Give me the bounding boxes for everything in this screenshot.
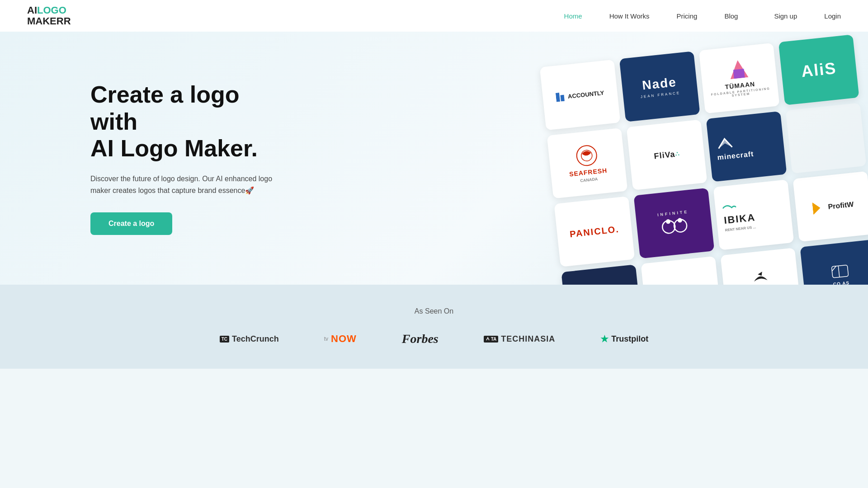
nav-home[interactable]: Home	[564, 12, 582, 20]
logo-ai: AI	[27, 5, 37, 16]
logo-card-barberia: barberia LOUNGE	[561, 264, 642, 285]
logo-card-nade: Nade JEAN FRANCE	[619, 51, 700, 122]
svg-rect-0	[556, 93, 560, 102]
press-techcrunch: TC TechCrunch	[220, 334, 279, 344]
logo-card-fliva: FliVa ∴	[627, 120, 708, 190]
nav-signup[interactable]: Sign up	[774, 12, 797, 20]
press-techinasia: TA TECHINASIA	[484, 334, 556, 344]
svg-rect-1	[561, 95, 565, 102]
press-tvnow: tv NOW	[324, 333, 357, 345]
svg-point-9	[677, 218, 682, 223]
hero-section: Create a logo with AI Logo Maker. Discov…	[0, 32, 868, 285]
press-trustpilot: ★ Trustpilot	[600, 333, 648, 344]
hero-content: Create a logo with AI Logo Maker. Discov…	[0, 45, 316, 272]
nav-actions: Sign up Login	[774, 12, 841, 20]
logo-card-empty1	[786, 103, 867, 174]
create-logo-button[interactable]: Create a logo	[90, 212, 172, 235]
nav-login[interactable]: Login	[824, 12, 841, 20]
logo-card-accountly: ACCOUNTLY	[540, 60, 621, 130]
logo-card-minecraft: minecraft	[706, 111, 787, 182]
hero-title: Create a logo with AI Logo Maker.	[90, 81, 289, 162]
nav-how-it-works[interactable]: How It Works	[609, 12, 650, 20]
logo-card-stripes: STRIPES Clinic	[641, 256, 722, 285]
svg-point-4	[576, 145, 597, 166]
logo-makerr: MAKERR	[27, 15, 71, 27]
logo-card-profitw: ProfitW	[793, 171, 868, 242]
as-seen-section: As Seen On TC TechCrunch tv NOW Forbes T…	[0, 285, 868, 369]
logo-card-seafresh: SEAFRESH CANADA	[547, 128, 628, 198]
logo-logo: LOGO	[37, 5, 66, 16]
svg-rect-3	[733, 69, 745, 79]
press-logos: TC TechCrunch tv NOW Forbes TA TECHINASI…	[27, 332, 841, 346]
press-forbes: Forbes	[402, 332, 439, 346]
logo-card-paniclo: PANICLO.	[554, 196, 635, 267]
navbar: AILOGO MAKERR Home How It Works Pricing …	[0, 0, 868, 32]
logo-card-co: CO AS	[800, 239, 868, 285]
hero-description: Discover the future of logo design. Our …	[90, 173, 280, 196]
nav-links: Home How It Works Pricing Blog	[564, 12, 738, 20]
nav-blog[interactable]: Blog	[724, 12, 738, 20]
logo-card-infinite: INFINITE	[634, 188, 715, 258]
logo-card-tumaan: TÜMAAN FOLDABLE PARTITIONING SYSTEM	[699, 43, 780, 113]
logo-grid: ACCOUNTLY Nade JEAN FRANCE	[540, 33, 868, 285]
bottom-space	[0, 369, 868, 486]
logo[interactable]: AILOGO MAKERR	[27, 5, 71, 27]
nav-pricing[interactable]: Pricing	[677, 12, 698, 20]
as-seen-title: As Seen On	[27, 307, 841, 315]
svg-point-8	[665, 219, 670, 224]
logo-card-ibika: IBIKA RENT NEAR US ...	[713, 179, 794, 250]
logo-card-sparrow: Sparrow NANCE GROUP	[720, 248, 801, 285]
logo-card-alis: AliS	[778, 34, 859, 105]
svg-rect-12	[831, 265, 848, 278]
